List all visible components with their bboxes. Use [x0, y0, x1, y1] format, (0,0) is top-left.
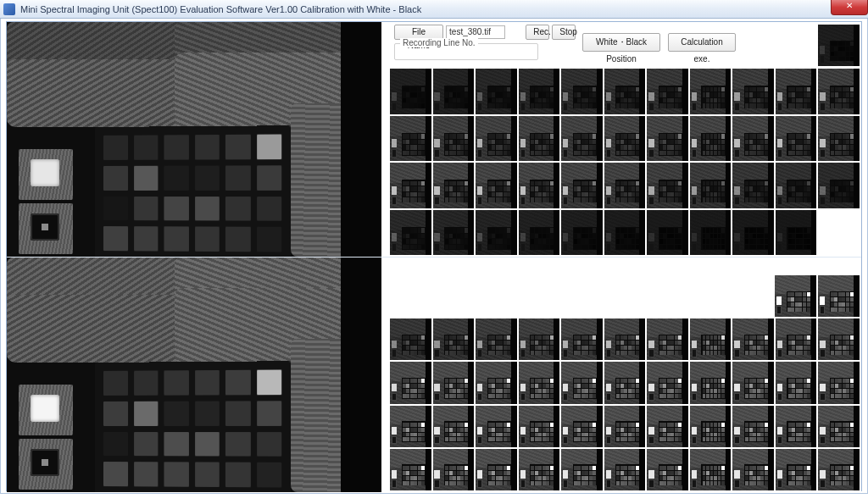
app-icon [3, 3, 15, 15]
spectral-thumbnail[interactable] [561, 116, 603, 162]
spectral-thumbnail[interactable] [390, 406, 431, 447]
white-calibration-tile [19, 385, 73, 435]
spectral-thumbnail[interactable] [561, 362, 603, 403]
spectral-thumbnail[interactable] [604, 116, 646, 162]
spectral-thumbnail[interactable] [476, 210, 517, 256]
spectral-thumbnail[interactable] [647, 362, 688, 403]
spectral-thumbnail[interactable] [561, 69, 603, 114]
spectral-thumbnail[interactable] [390, 163, 431, 208]
spectral-thumbnail[interactable] [690, 362, 732, 403]
spectral-thumbnail[interactable] [476, 163, 517, 208]
spectral-thumbnail[interactable] [433, 362, 475, 403]
spectral-thumbnail[interactable] [647, 116, 688, 162]
spectral-thumbnail[interactable] [776, 362, 817, 403]
spectral-thumbnail[interactable] [390, 318, 431, 360]
spectral-thumbnail[interactable] [776, 406, 817, 447]
spectral-thumbnail[interactable] [476, 406, 517, 447]
spectral-thumbnail[interactable] [561, 406, 603, 447]
spectral-thumbnail[interactable] [690, 210, 732, 256]
spectral-thumbnail[interactable] [390, 69, 431, 114]
spectral-thumbnail[interactable] [604, 69, 646, 114]
spectral-thumbnail[interactable] [604, 449, 646, 490]
spectral-thumbnail[interactable] [519, 210, 560, 256]
spectral-thumbnail-iso-bottom [775, 275, 860, 317]
spectral-thumbnail[interactable] [476, 362, 517, 403]
spectral-thumbnail[interactable] [776, 449, 817, 490]
spectral-thumbnail[interactable] [433, 406, 475, 447]
spectral-thumbnail[interactable] [732, 449, 774, 490]
spectral-thumbnail[interactable] [776, 163, 817, 208]
spectral-thumbnail[interactable] [390, 116, 431, 162]
spectral-thumbnail[interactable] [732, 163, 774, 208]
spectral-thumbnail[interactable] [647, 449, 688, 490]
spectral-thumbnail[interactable] [390, 449, 431, 490]
spectral-thumbnail[interactable] [561, 318, 603, 360]
spectral-thumbnail[interactable] [776, 69, 817, 114]
spectral-thumbnail[interactable] [476, 116, 517, 162]
spectral-thumbnail[interactable] [604, 210, 646, 256]
spectral-thumbnail[interactable] [732, 210, 774, 256]
spectral-thumbnail[interactable] [690, 449, 732, 490]
spectral-thumbnail[interactable] [519, 116, 560, 162]
spectral-thumbnail[interactable] [776, 318, 817, 360]
spectral-thumbnail[interactable] [818, 163, 860, 208]
record-button[interactable]: Rec. [526, 25, 549, 40]
spectral-thumbnail[interactable] [433, 449, 475, 490]
spectral-thumbnail[interactable] [732, 406, 774, 447]
spectral-thumbnail-empty [818, 210, 860, 256]
spectral-thumbnail[interactable] [690, 69, 732, 114]
white-black-position-button[interactable]: White・Black Position [582, 33, 660, 52]
recording-line-group: Recording Line No. [394, 43, 538, 60]
spectral-thumbnail[interactable] [776, 210, 817, 256]
spectral-thumbnail[interactable] [647, 318, 688, 360]
spectral-thumbnail[interactable] [476, 449, 517, 490]
spectral-thumbnail[interactable] [433, 318, 475, 360]
spectral-thumbnail[interactable] [519, 318, 560, 360]
spectral-thumbnail[interactable] [647, 69, 688, 114]
spectral-thumbnail[interactable] [690, 163, 732, 208]
spectral-thumbnail[interactable] [690, 406, 732, 447]
spectral-thumbnail[interactable] [433, 116, 475, 162]
spectral-thumbnail[interactable] [519, 406, 560, 447]
spectral-thumbnail[interactable] [604, 318, 646, 360]
spectral-thumbnail[interactable] [433, 210, 475, 256]
window-close-button[interactable]: ✕ [831, 0, 868, 15]
spectral-thumbnail[interactable] [732, 69, 774, 114]
spectral-thumbnail[interactable] [561, 163, 603, 208]
spectral-thumbnail[interactable] [519, 69, 560, 114]
spectral-thumbnail[interactable] [476, 318, 517, 360]
spectral-thumbnail[interactable] [519, 163, 560, 208]
spectral-thumbnail[interactable] [732, 318, 774, 360]
spectral-thumbnail[interactable] [647, 163, 688, 208]
spectral-thumbnail[interactable] [690, 116, 732, 162]
spectral-thumbnail[interactable] [732, 362, 774, 403]
calculation-exe-button[interactable]: Calculation exe. [668, 33, 736, 52]
spectral-thumbnail[interactable] [604, 406, 646, 447]
spectral-thumbnail[interactable] [519, 449, 560, 490]
spectral-thumbnail[interactable] [561, 449, 603, 490]
spectral-thumbnail[interactable] [604, 163, 646, 208]
file-name-input[interactable]: test_380.tif [446, 25, 505, 39]
spectral-thumbnail[interactable] [818, 406, 860, 447]
spectral-thumbnail[interactable] [732, 116, 774, 162]
spectral-thumbnail[interactable] [519, 362, 560, 403]
spectral-thumbnail[interactable] [647, 210, 688, 256]
stop-button[interactable]: Stop [552, 25, 576, 40]
spectral-thumbnail[interactable] [818, 275, 860, 317]
spectral-thumbnail[interactable] [775, 275, 816, 317]
spectral-thumbnail[interactable] [433, 163, 475, 208]
spectral-thumbnail[interactable] [561, 210, 603, 256]
spectral-thumbnail[interactable] [690, 318, 732, 360]
spectral-thumbnail[interactable] [604, 362, 646, 403]
spectral-thumbnail[interactable] [818, 69, 860, 114]
spectral-thumbnail[interactable] [776, 116, 817, 162]
spectral-thumbnail[interactable] [818, 449, 860, 490]
spectral-thumbnail[interactable] [818, 318, 860, 360]
spectral-thumbnail[interactable] [647, 406, 688, 447]
spectral-thumbnail[interactable] [476, 69, 517, 114]
spectral-thumbnail[interactable] [433, 69, 475, 114]
spectral-thumbnail[interactable] [818, 116, 860, 162]
spectral-thumbnail[interactable] [390, 362, 431, 403]
spectral-thumbnail[interactable] [390, 210, 431, 256]
spectral-thumbnail[interactable] [818, 362, 860, 403]
